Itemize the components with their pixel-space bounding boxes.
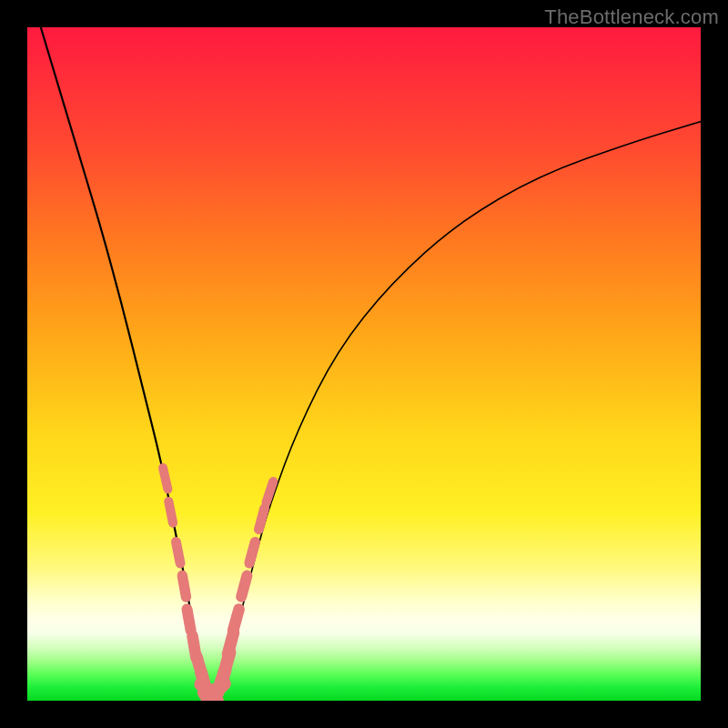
bead	[168, 501, 173, 523]
bead	[267, 481, 274, 502]
chart-svg	[27, 27, 701, 701]
bead	[182, 575, 186, 597]
bead	[258, 509, 264, 530]
bead	[176, 541, 180, 563]
bottleneck-curve	[41, 27, 701, 694]
bead	[163, 468, 167, 489]
chart-frame: TheBottleneck.com	[0, 0, 728, 728]
watermark-text: TheBottleneck.com	[544, 5, 719, 29]
bead	[187, 609, 191, 631]
bead	[241, 576, 247, 597]
bead	[249, 542, 255, 563]
bead-cluster	[163, 468, 273, 701]
plot-area	[27, 27, 701, 701]
curve-right	[209, 122, 701, 694]
bead	[233, 610, 238, 631]
